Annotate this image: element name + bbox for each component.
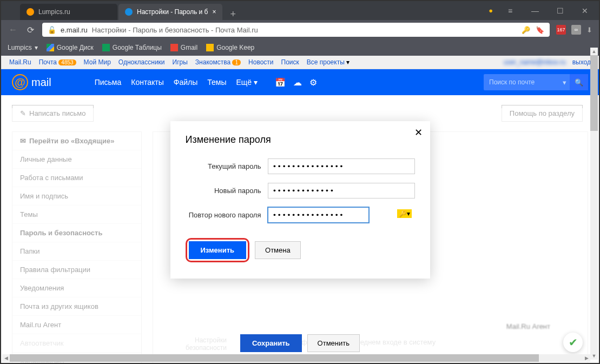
tab-title: Lumpics.ru <box>38 8 70 16</box>
topnav-pochta[interactable]: Почта 4853 <box>39 58 76 66</box>
current-password-label: Текущий пароль <box>186 162 261 170</box>
lock-icon: 🔓 <box>48 26 56 34</box>
chevron-down-icon: ▾ <box>35 44 38 51</box>
new-password-label: Новый пароль <box>186 187 261 195</box>
bookmark-gkeep[interactable]: Google Keep <box>206 44 254 51</box>
calendar-icon[interactable]: 📅 <box>275 77 286 88</box>
bookmark-gmail[interactable]: Gmail <box>170 44 197 51</box>
favicon-icon <box>27 8 34 16</box>
horizontal-scrollbar[interactable]: ◀ ▶ <box>2 354 590 362</box>
topnav-poisk[interactable]: Поиск <box>281 58 299 66</box>
chevron-down-icon: ▾ <box>254 78 258 87</box>
scroll-right-icon[interactable]: ▶ <box>583 354 590 362</box>
search-input[interactable] <box>484 78 559 86</box>
browser-tab[interactable]: Lumpics.ru <box>20 4 117 20</box>
cloud-icon[interactable]: ☁ <box>293 77 302 88</box>
bookmark-lumpics[interactable]: Lumpics ▾ <box>8 44 38 51</box>
adguard-icon[interactable]: ✔ <box>563 333 583 352</box>
repeat-password-input[interactable] <box>268 207 369 223</box>
reload-button[interactable]: ⟳ <box>25 25 36 35</box>
extension-icon[interactable]: 167 <box>556 25 566 35</box>
submit-button[interactable]: Изменить <box>189 241 247 259</box>
new-password-input[interactable] <box>268 183 415 198</box>
scroll-down-icon[interactable]: ▼ <box>590 352 598 360</box>
logout-link[interactable]: выход <box>572 58 591 66</box>
topnav-odnoklassniki[interactable]: Одноклассники <box>118 58 165 66</box>
agent-link[interactable]: Mail.Ru Агент <box>506 322 550 330</box>
page-save-button[interactable]: Сохранить <box>240 334 302 352</box>
url-field[interactable]: 🔓 e.mail.ru Настройки - Пароль и безопас… <box>42 23 550 37</box>
search-button[interactable]: 🔍 <box>570 74 588 90</box>
topnav-igry[interactable]: Игры <box>173 58 188 66</box>
bookmarks-bar: Lumpics ▾ Google Диск Google Таблицы Gma… <box>1 39 599 56</box>
address-bar: ← ⟳ 🔓 e.mail.ru Настройки - Пароль и без… <box>1 20 599 39</box>
mail-count-badge: 4853 <box>58 59 76 65</box>
nav-faily[interactable]: Файлы <box>174 78 197 87</box>
menu-icon[interactable]: ≡ <box>503 6 518 15</box>
count-badge: 1 <box>232 59 241 65</box>
page-cancel-button[interactable]: Отменить <box>307 334 360 352</box>
url-title: Настройки - Пароль и безопасность - Почт… <box>92 26 258 34</box>
window-controls: ● ≡ — ☐ ✕ <box>482 1 599 20</box>
back-button[interactable]: ← <box>8 25 18 35</box>
nav-temy[interactable]: Темы <box>207 78 226 87</box>
modal-title: Изменение пароля <box>186 134 415 145</box>
vertical-scrollbar[interactable]: ▲ ▼ <box>590 55 598 352</box>
gear-icon[interactable]: ⚙ <box>309 77 317 88</box>
topnav-znakomstva[interactable]: Знакомства 1 <box>195 58 241 66</box>
bookmark-gdrive[interactable]: Google Диск <box>47 44 94 51</box>
chevron-down-icon[interactable]: ▾ <box>559 78 570 87</box>
topnav-moimir[interactable]: Мой Мир <box>84 58 111 66</box>
mail-header: @ mail Письма Контакты Файлы Темы Ещё ▾ … <box>1 69 599 95</box>
topnav-vse[interactable]: Все проекты ▾ <box>307 58 350 66</box>
gsheets-icon <box>102 44 110 51</box>
gmail-icon <box>170 44 178 51</box>
mail-logo[interactable]: @ mail <box>12 74 51 90</box>
maximize-icon[interactable]: ☐ <box>552 6 568 15</box>
close-icon[interactable]: ✕ <box>577 6 592 15</box>
scroll-left-icon[interactable]: ◀ <box>2 354 10 362</box>
scroll-thumb[interactable] <box>590 55 598 131</box>
gdrive-icon <box>47 44 54 51</box>
nav-eshe[interactable]: Ещё ▾ <box>236 78 258 87</box>
current-password-input[interactable] <box>268 158 415 174</box>
nav-kontakty[interactable]: Контакты <box>131 78 163 87</box>
portal-topnav: Mail.Ru Почта 4853 Мой Мир Одноклассники… <box>1 56 599 69</box>
extension-indicator-icon: ● <box>489 6 493 15</box>
repeat-password-label: Повтор нового пароля <box>186 211 261 219</box>
page-actions: Сохранить Отменить <box>1 334 599 352</box>
user-email[interactable]: user_name@inbox.ru <box>504 58 566 66</box>
gkeep-icon <box>206 44 214 51</box>
key-icon[interactable]: 🔑 <box>522 26 530 34</box>
tutorial-highlight: Изменить <box>186 238 250 262</box>
extension-icon[interactable]: ∞ <box>571 25 581 35</box>
search-box: ▾ 🔍 <box>484 74 588 90</box>
change-password-modal: ✕ Изменение пароля Текущий пароль Новый … <box>170 121 430 279</box>
scroll-up-icon[interactable]: ▲ <box>590 48 598 55</box>
header-nav: Письма Контакты Файлы Темы Ещё ▾ <box>95 78 258 87</box>
tab-close-icon[interactable]: × <box>212 8 216 16</box>
password-manager-icon[interactable]: 🔑▾ <box>397 209 412 218</box>
favicon-icon <box>125 8 133 16</box>
minimize-icon[interactable]: — <box>528 6 543 15</box>
url-domain: e.mail.ru <box>61 26 88 34</box>
scroll-thumb[interactable] <box>10 354 539 362</box>
search-icon: 🔍 <box>575 78 583 87</box>
browser-tab-active[interactable]: Настройки - Пароль и б × <box>118 4 222 20</box>
chevron-down-icon: ▾ <box>346 58 350 66</box>
topnav-novosti[interactable]: Новости <box>248 58 273 66</box>
tab-title: Настройки - Пароль и б <box>137 8 208 16</box>
nav-pisma[interactable]: Письма <box>95 78 122 87</box>
at-icon: @ <box>12 74 28 90</box>
download-icon[interactable]: ⬇ <box>586 26 592 34</box>
bookmark-gsheets[interactable]: Google Таблицы <box>102 44 162 51</box>
cancel-button[interactable]: Отмена <box>255 241 301 259</box>
modal-close-icon[interactable]: ✕ <box>414 127 423 138</box>
topnav-mailru[interactable]: Mail.Ru <box>9 58 31 66</box>
new-tab-button[interactable]: + <box>223 9 242 20</box>
bookmark-icon[interactable]: 🔖 <box>536 26 544 34</box>
browser-tab-strip: Lumpics.ru Настройки - Пароль и б × + ● … <box>1 1 599 20</box>
